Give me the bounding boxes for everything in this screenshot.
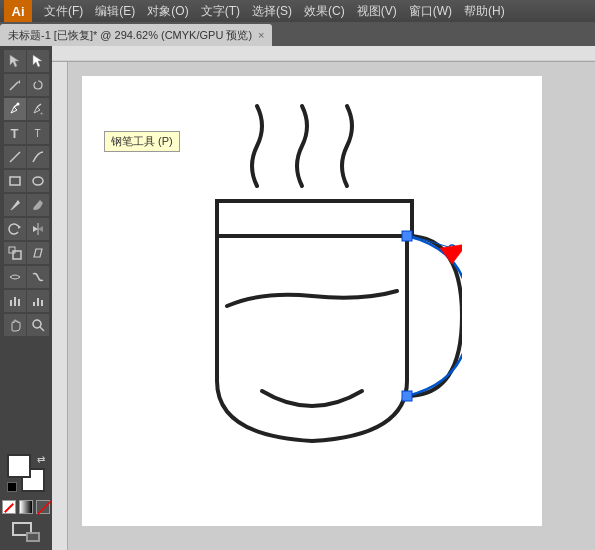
magic-wand-tool[interactable] [4, 74, 26, 96]
svg-rect-14 [33, 302, 35, 306]
ellipse-tool[interactable] [27, 170, 49, 192]
ruler-top: // tick marks [52, 46, 595, 62]
tool-group-line [4, 146, 49, 168]
menu-type[interactable]: 文字(T) [195, 0, 246, 22]
svg-point-6 [33, 177, 43, 185]
tab-bar: 未标题-1 [已恢复]* @ 294.62% (CMYK/GPU 预览) × [0, 22, 595, 46]
tool-group-scale [4, 242, 49, 264]
select-tool[interactable] [4, 50, 26, 72]
reflect-tool[interactable] [27, 218, 49, 240]
lasso-tool[interactable] [27, 74, 49, 96]
menu-help[interactable]: 帮助(H) [458, 0, 511, 22]
direct-select-tool[interactable] [27, 50, 49, 72]
svg-rect-10 [13, 251, 21, 259]
tool-group-magic [4, 74, 49, 96]
rect-tool[interactable] [4, 170, 26, 192]
tool-group-transform [4, 218, 49, 240]
artboard: 软件目字网 www.rjzxw.com [82, 76, 542, 526]
color-swatches: ⇄ [2, 454, 50, 542]
fill-swatch[interactable] [7, 454, 31, 478]
pen-tool[interactable] [4, 98, 26, 120]
svg-rect-11 [10, 300, 12, 306]
tool-group-chart [4, 290, 49, 312]
ruler-left [52, 62, 68, 550]
tool-group-shape [4, 170, 49, 192]
cup-drawing [162, 96, 462, 486]
svg-rect-23 [402, 391, 412, 401]
scale-tool[interactable] [4, 242, 26, 264]
svg-point-17 [33, 320, 41, 328]
hand-tool[interactable] [4, 314, 26, 336]
pen-add-tool[interactable]: + [27, 98, 49, 120]
color-mode-icon[interactable] [2, 500, 16, 514]
menu-select[interactable]: 选择(S) [246, 0, 298, 22]
zoom-tool[interactable] [27, 314, 49, 336]
width-tool[interactable] [4, 266, 26, 288]
graph-tool[interactable] [4, 290, 26, 312]
svg-line-0 [10, 82, 18, 90]
line-tool[interactable] [4, 146, 26, 168]
rotate-tool[interactable] [4, 218, 26, 240]
tool-group-width [4, 266, 49, 288]
swap-colors-icon[interactable]: ⇄ [37, 454, 45, 465]
ai-logo: Ai [4, 0, 32, 22]
svg-marker-7 [18, 225, 21, 229]
default-colors-icon[interactable] [7, 482, 17, 492]
left-toolbar: + T T [0, 46, 52, 550]
shear-tool[interactable] [27, 242, 49, 264]
svg-line-4 [10, 152, 20, 162]
tab-title: 未标题-1 [已恢复]* @ 294.62% (CMYK/GPU 预览) [8, 28, 252, 43]
svg-rect-9 [9, 247, 15, 253]
gradient-swatch[interactable] [19, 500, 33, 514]
tool-group-brush [4, 194, 49, 216]
tool-group-grab [4, 314, 49, 336]
none-swatch[interactable] [36, 500, 50, 514]
canvas-area[interactable]: // tick marks 软件目字网 www.rjzxw.com [52, 46, 595, 550]
svg-rect-5 [10, 177, 20, 185]
menu-view[interactable]: 视图(V) [351, 0, 403, 22]
svg-rect-13 [18, 299, 20, 306]
active-tab[interactable]: 未标题-1 [已恢复]* @ 294.62% (CMYK/GPU 预览) × [0, 24, 272, 46]
main-layout: + T T [0, 46, 595, 550]
svg-rect-12 [14, 297, 16, 306]
blob-brush-tool[interactable] [27, 194, 49, 216]
menu-effect[interactable]: 效果(C) [298, 0, 351, 22]
tab-close-button[interactable]: × [258, 29, 264, 41]
menu-bar: Ai 文件(F) 编辑(E) 对象(O) 文字(T) 选择(S) 效果(C) 视… [0, 0, 595, 22]
tool-group-type: T T [4, 122, 49, 144]
menu-object[interactable]: 对象(O) [141, 0, 194, 22]
warp-tool[interactable] [27, 266, 49, 288]
arc-tool[interactable] [27, 146, 49, 168]
tool-group-pen: + [4, 98, 49, 120]
svg-marker-1 [18, 80, 20, 84]
menu-window[interactable]: 窗口(W) [403, 0, 458, 22]
svg-rect-16 [41, 300, 43, 306]
svg-text:+: + [40, 110, 44, 116]
svg-line-19 [37, 501, 51, 515]
menu-edit[interactable]: 编辑(E) [89, 0, 141, 22]
draw-mode-icon[interactable] [12, 522, 40, 542]
data-viz-tool[interactable] [27, 290, 49, 312]
svg-point-2 [16, 103, 19, 106]
svg-line-18 [40, 327, 44, 331]
paintbrush-tool[interactable] [4, 194, 26, 216]
svg-rect-15 [37, 298, 39, 306]
svg-rect-22 [402, 231, 412, 241]
menu-file[interactable]: 文件(F) [38, 0, 89, 22]
svg-rect-21 [217, 201, 412, 236]
tool-group-select [4, 50, 49, 72]
touch-type-tool[interactable]: T [27, 122, 49, 144]
type-tool[interactable]: T [4, 122, 26, 144]
